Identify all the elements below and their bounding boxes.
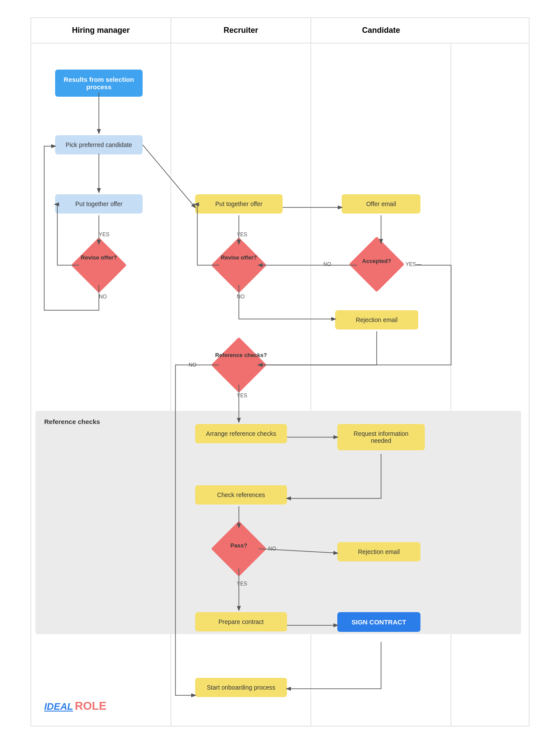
no-label-hm: NO [99,294,107,300]
pick-preferred-box: Pick preferred candidate [55,135,143,154]
results-from-box: Results from selection process [55,70,143,97]
ref-section-bg [35,411,521,634]
rejection-email1-box: Rejection email [335,310,418,329]
logo-role: ROLE [75,699,106,713]
request-info-box: Request information needed [337,424,425,450]
no-label-pass: NO [268,546,276,552]
rejection-email2-box: Rejection email [337,542,420,561]
yes-label-pass: YES [237,581,247,587]
no-label-rec: NO [237,294,245,300]
logo-ideal: IDEAL [44,701,73,712]
yes-label-accepted: YES— [406,261,421,267]
no-label-accepted: NO [323,261,331,267]
prepare-contract-box: Prepare contract [195,612,287,631]
yes-label-hm: YES [99,231,109,238]
yes-label-refchk: YES [237,393,247,399]
header-row: Hiring manager Recruiter Candidate [31,18,529,43]
col-header-candidate: Candidate [311,18,451,43]
diagram-container: Hiring manager Recruiter Candidate Refer… [31,18,529,726]
offer-email-box: Offer email [342,194,420,214]
check-refs-box: Check references [195,485,287,505]
yes-label-rec: YES [237,231,247,238]
col-header-recruiter: Recruiter [171,18,311,43]
no-label-refchk: NO [189,362,196,368]
put-together-hm-box: Put together offer [55,194,143,214]
col-header-hiring: Hiring manager [31,18,171,43]
sign-contract-box: SIGN CONTRACT [337,612,420,632]
ref-section-label: Reference checks [44,418,100,425]
put-together-rec-box: Put together offer [195,194,283,214]
start-onboarding-box: Start onboarding process [195,678,287,697]
content-area: Reference checks Results from selection … [31,43,529,726]
logo: IDEAL ROLE [44,699,106,713]
arrange-ref-box: Arrange reference checks [195,424,287,443]
